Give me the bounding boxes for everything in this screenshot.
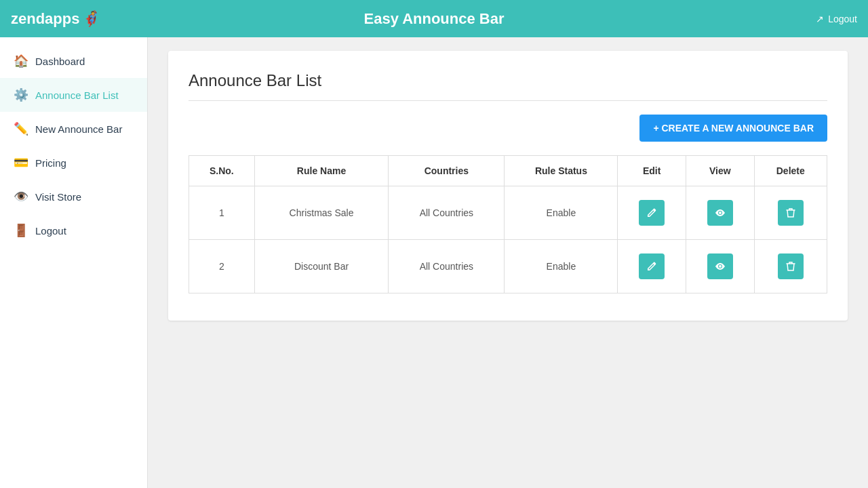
sidebar-label-pricing: Pricing bbox=[35, 157, 66, 169]
sidebar-label-dashboard: Dashboard bbox=[35, 56, 85, 67]
delete-button-1[interactable] bbox=[778, 200, 804, 226]
sidebar-item-new-announce-bar[interactable]: ✏️ New Announce Bar bbox=[0, 112, 147, 146]
sidebar-label-new-announce-bar: New Announce Bar bbox=[35, 123, 122, 135]
col-edit: Edit bbox=[618, 156, 686, 186]
create-new-announce-bar-button[interactable]: + CREATE A NEW ANNOUNCE BAR bbox=[639, 115, 827, 142]
main-content: Announce Bar List + CREATE A NEW ANNOUNC… bbox=[148, 37, 868, 488]
col-sno: S.No. bbox=[189, 156, 255, 186]
cell-view bbox=[686, 240, 754, 293]
cell-view bbox=[686, 186, 754, 240]
sidebar-item-dashboard[interactable]: 🏠 Dashboard bbox=[0, 44, 147, 78]
dashboard-icon: 🏠 bbox=[14, 54, 28, 68]
sidebar-item-logout[interactable]: 🚪 Logout bbox=[0, 214, 147, 247]
view-button-1[interactable] bbox=[707, 200, 733, 226]
page-title: Announce Bar List bbox=[189, 71, 827, 101]
sidebar-label-logout: Logout bbox=[35, 225, 66, 237]
col-view: View bbox=[686, 156, 754, 186]
table-header-row: S.No. Rule Name Countries Rule Status Ed… bbox=[189, 156, 827, 186]
sidebar-item-visit-store[interactable]: 👁️ Visit Store bbox=[0, 180, 147, 214]
sidebar-item-pricing[interactable]: 💳 Pricing bbox=[0, 146, 147, 180]
logo-text: zendapps bbox=[11, 10, 79, 28]
sidebar-label-announce-bar-list: Announce Bar List bbox=[35, 89, 119, 101]
toolbar: + CREATE A NEW ANNOUNCE BAR bbox=[189, 115, 827, 142]
cell-sno: 1 bbox=[189, 186, 255, 240]
logo-icon: 🦸 bbox=[82, 10, 100, 28]
new-announce-bar-icon: ✏️ bbox=[14, 121, 28, 136]
delete-button-2[interactable] bbox=[778, 253, 804, 279]
cell-rule-status: Enable bbox=[505, 240, 618, 293]
sidebar-label-visit-store: Visit Store bbox=[35, 191, 81, 203]
sidebar-item-announce-bar-list[interactable]: ⚙️ Announce Bar List bbox=[0, 78, 147, 112]
sidebar-logout-icon: 🚪 bbox=[14, 223, 28, 238]
col-countries: Countries bbox=[389, 156, 505, 186]
sidebar: 🏠 Dashboard ⚙️ Announce Bar List ✏️ New … bbox=[0, 37, 148, 488]
logo: zendapps 🦸 bbox=[11, 10, 100, 28]
header-title: Easy Announce Bar bbox=[363, 10, 504, 28]
view-button-2[interactable] bbox=[707, 253, 733, 279]
content-card: Announce Bar List + CREATE A NEW ANNOUNC… bbox=[168, 51, 848, 321]
cell-edit bbox=[618, 186, 686, 240]
table-row: 1 Christmas Sale All Countries Enable bbox=[189, 186, 827, 240]
table-row: 2 Discount Bar All Countries Enable bbox=[189, 240, 827, 293]
logout-button[interactable]: ↗ Logout bbox=[816, 14, 857, 24]
announce-bar-table: S.No. Rule Name Countries Rule Status Ed… bbox=[189, 155, 827, 293]
col-delete: Delete bbox=[754, 156, 827, 186]
announce-bar-list-icon: ⚙️ bbox=[14, 87, 28, 102]
cell-edit bbox=[618, 240, 686, 293]
col-rule-status: Rule Status bbox=[505, 156, 618, 186]
logout-icon: ↗ bbox=[816, 14, 824, 24]
edit-button-2[interactable] bbox=[639, 253, 665, 279]
cell-countries: All Countries bbox=[389, 240, 505, 293]
cell-rule-status: Enable bbox=[505, 186, 618, 240]
cell-rule-name: Discount Bar bbox=[254, 240, 389, 293]
pricing-icon: 💳 bbox=[14, 155, 28, 170]
app-header: zendapps 🦸 Easy Announce Bar ↗ Logout bbox=[0, 0, 868, 37]
edit-button-1[interactable] bbox=[639, 200, 665, 226]
col-rule-name: Rule Name bbox=[254, 156, 389, 186]
cell-sno: 2 bbox=[189, 240, 255, 293]
logout-label: Logout bbox=[828, 14, 857, 24]
cell-delete bbox=[754, 186, 827, 240]
visit-store-icon: 👁️ bbox=[14, 189, 28, 204]
cell-rule-name: Christmas Sale bbox=[254, 186, 389, 240]
cell-delete bbox=[754, 240, 827, 293]
cell-countries: All Countries bbox=[389, 186, 505, 240]
